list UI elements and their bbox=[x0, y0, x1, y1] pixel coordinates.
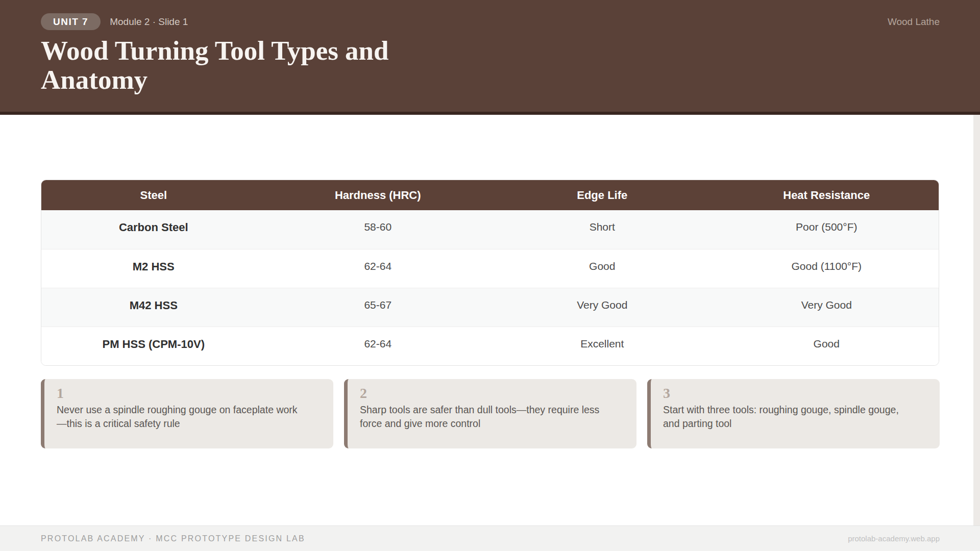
note-number: 3 bbox=[663, 386, 909, 402]
column-header-heat-resistance: Heat Resistance bbox=[715, 180, 939, 210]
unit-badge: UNIT 7 bbox=[41, 13, 101, 30]
column-header-edge-life: Edge Life bbox=[490, 180, 715, 210]
table-cell-heat-resistance: Good (1100°F) bbox=[715, 249, 939, 288]
table-row: Carbon Steel 58-60 Short Poor (500°F) bbox=[41, 210, 939, 249]
note-number: 2 bbox=[360, 386, 606, 402]
table-cell-heat-resistance: Very Good bbox=[715, 288, 939, 327]
slide-body: Steel Hardness (HRC) Edge Life Heat Resi… bbox=[0, 115, 980, 525]
note-card-2: 2 Sharp tools are safer than dull tools—… bbox=[344, 379, 636, 448]
note-number: 1 bbox=[57, 386, 303, 402]
table-cell-steel: Carbon Steel bbox=[41, 210, 266, 249]
note-text: Sharp tools are safer than dull tools—th… bbox=[360, 403, 605, 431]
table-cell-edge-life: Excellent bbox=[490, 327, 715, 365]
table-cell-heat-resistance: Good bbox=[715, 327, 939, 365]
note-text: Never use a spindle roughing gouge on fa… bbox=[57, 403, 302, 431]
slide-footer: PROTOLAB ACADEMY · MCC PROTOTYPE DESIGN … bbox=[0, 525, 980, 551]
footer-url-text: protolab-academy.web.app bbox=[848, 534, 940, 543]
table-cell-hardness: 65-67 bbox=[266, 288, 491, 327]
table-header-row: Steel Hardness (HRC) Edge Life Heat Resi… bbox=[41, 180, 939, 210]
column-header-hardness: Hardness (HRC) bbox=[266, 180, 491, 210]
table-header: Steel Hardness (HRC) Edge Life Heat Resi… bbox=[41, 180, 939, 210]
table-cell-steel: M42 HSS bbox=[41, 288, 266, 327]
scrollbar-track[interactable] bbox=[973, 115, 980, 525]
table-cell-steel: M2 HSS bbox=[41, 249, 266, 288]
page-title: Wood Turning Tool Types and Anatomy bbox=[41, 36, 459, 94]
slide: UNIT 7 Module 2 · Slide 1 Wood Lathe Woo… bbox=[0, 0, 980, 551]
notes-grid: 1 Never use a spindle roughing gouge on … bbox=[41, 379, 940, 448]
table-cell-edge-life: Very Good bbox=[490, 288, 715, 327]
note-card-3: 3 Start with three tools: roughing gouge… bbox=[647, 379, 940, 448]
note-text: Start with three tools: roughing gouge, … bbox=[663, 403, 908, 431]
table-cell-hardness: 62-64 bbox=[266, 249, 491, 288]
note-card-1: 1 Never use a spindle roughing gouge on … bbox=[41, 379, 333, 448]
table-cell-edge-life: Short bbox=[490, 210, 715, 249]
table-cell-hardness: 58-60 bbox=[266, 210, 491, 249]
table-cell-edge-life: Good bbox=[490, 249, 715, 288]
table-row: M42 HSS 65-67 Very Good Very Good bbox=[41, 288, 939, 327]
steel-table-container: Steel Hardness (HRC) Edge Life Heat Resi… bbox=[41, 180, 939, 366]
table-cell-hardness: 62-64 bbox=[266, 327, 491, 365]
header-top-row: UNIT 7 Module 2 · Slide 1 Wood Lathe bbox=[41, 13, 940, 30]
table-row: M2 HSS 62-64 Good Good (1100°F) bbox=[41, 249, 939, 288]
table-row: PM HSS (CPM-10V) 62-64 Excellent Good bbox=[41, 327, 939, 365]
table-cell-steel: PM HSS (CPM-10V) bbox=[41, 327, 266, 365]
steel-comparison-table: Steel Hardness (HRC) Edge Life Heat Resi… bbox=[41, 180, 939, 366]
slide-header: UNIT 7 Module 2 · Slide 1 Wood Lathe Woo… bbox=[0, 0, 980, 115]
footer-brand-text: PROTOLAB ACADEMY · MCC PROTOTYPE DESIGN … bbox=[41, 534, 305, 543]
column-header-steel: Steel bbox=[41, 180, 266, 210]
corner-label: Wood Lathe bbox=[888, 16, 940, 28]
table-body: Carbon Steel 58-60 Short Poor (500°F) M2… bbox=[41, 210, 939, 365]
module-slide-meta: Module 2 · Slide 1 bbox=[110, 16, 188, 28]
table-cell-heat-resistance: Poor (500°F) bbox=[715, 210, 939, 249]
